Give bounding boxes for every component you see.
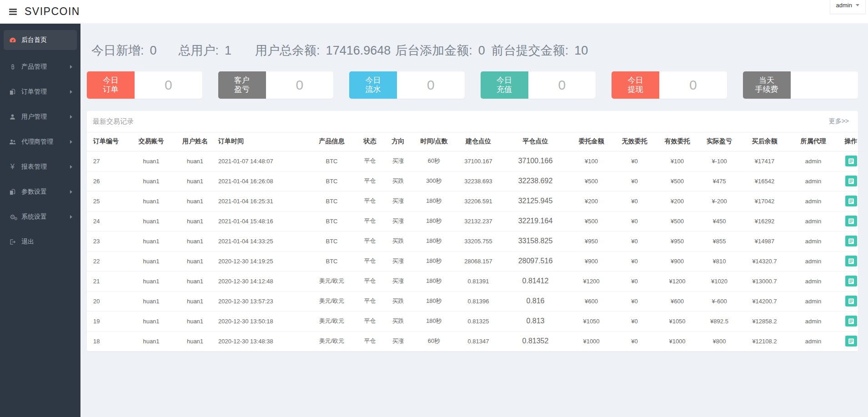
summary-box: 客户 盈亏 0 xyxy=(218,71,334,99)
sidebar-item[interactable]: 产品管理 xyxy=(0,54,80,79)
sidebar-item[interactable]: 退出 xyxy=(0,229,80,254)
summary-box-value: 0 xyxy=(528,71,596,99)
cell-profit: ¥-100 xyxy=(698,151,740,171)
cell-balance: ¥17042 xyxy=(740,191,789,211)
view-order-button[interactable] xyxy=(845,276,857,286)
column-header: 委托金额 xyxy=(570,132,613,151)
cell-open-price: 28068.157 xyxy=(456,251,501,271)
cell-order-id: 22 xyxy=(87,251,130,271)
menu-toggle-button[interactable] xyxy=(8,5,18,18)
view-order-button[interactable] xyxy=(845,296,857,306)
cell-account: huan1 xyxy=(130,291,172,311)
cell-actions xyxy=(838,151,864,171)
cell-username: huan1 xyxy=(172,311,218,331)
cell-agent: admin xyxy=(789,171,838,191)
cell-valid-amount: ¥500 xyxy=(656,211,698,231)
cell-account: huan1 xyxy=(130,231,172,251)
sidebar-item[interactable]: 代理商管理 xyxy=(0,129,80,154)
sidebar-item-label: 系统设置 xyxy=(21,213,70,221)
cell-account: huan1 xyxy=(130,311,172,331)
cell-order-id: 21 xyxy=(87,271,130,291)
cell-duration: 60秒 xyxy=(412,151,456,171)
cell-close-price: 0.813 xyxy=(501,311,570,331)
cell-status: 平仓 xyxy=(356,151,384,171)
cell-amount: ¥1050 xyxy=(570,311,613,331)
sidebar-item-label: 退出 xyxy=(21,238,72,246)
view-order-button[interactable] xyxy=(845,316,857,327)
cell-duration: 180秒 xyxy=(412,271,456,291)
sidebar-item[interactable]: 订单管理 xyxy=(0,79,80,104)
sidebar-item[interactable]: ⚙⚙ 系统设置 xyxy=(0,204,80,229)
cell-agent: admin xyxy=(789,291,838,311)
order-detail-icon xyxy=(848,338,854,344)
cell-invalid-amount: ¥0 xyxy=(613,331,656,351)
cell-invalid-amount: ¥0 xyxy=(613,271,656,291)
cell-balance: ¥16292 xyxy=(740,211,789,231)
view-order-button[interactable] xyxy=(845,176,857,186)
sidebar-item-label: 后台首页 xyxy=(21,36,72,44)
view-order-button[interactable] xyxy=(845,216,857,226)
cell-profit: ¥450 xyxy=(698,211,740,231)
sidebar-item[interactable]: ¥ 报表管理 xyxy=(0,154,80,179)
cell-invalid-amount: ¥0 xyxy=(613,291,656,311)
cell-duration: 60秒 xyxy=(412,331,456,351)
table-row: 22 huan1 huan1 2020-12-30 14:19:25 BTC 平… xyxy=(87,251,864,271)
cell-account: huan1 xyxy=(130,191,172,211)
cell-balance: ¥16542 xyxy=(740,171,789,191)
sidebar-item[interactable]: 参数设置 xyxy=(0,179,80,204)
cell-account: huan1 xyxy=(130,151,172,171)
cell-profit: ¥810 xyxy=(698,251,740,271)
cell-direction: 买涨 xyxy=(384,331,412,351)
sidebar-item-label: 用户管理 xyxy=(21,113,70,121)
summary-box-label: 今日 流水 xyxy=(349,71,397,99)
trades-table: 订单编号交易账号用户姓名订单时间产品信息状态方向时间/点数建仓点位平仓点位委托金… xyxy=(87,132,864,352)
summary-box: 今日 订单 0 xyxy=(87,71,202,99)
stat-item: 总用户: 1 xyxy=(179,42,232,59)
view-order-button[interactable] xyxy=(845,196,857,206)
cell-product: BTC xyxy=(307,191,356,211)
cell-amount: ¥100 xyxy=(570,151,613,171)
order-detail-icon xyxy=(848,278,854,284)
view-order-button[interactable] xyxy=(845,156,857,166)
sidebar-item-label: 订单管理 xyxy=(21,88,70,96)
cell-invalid-amount: ¥0 xyxy=(613,211,656,231)
cell-duration: 180秒 xyxy=(412,251,456,271)
sidebar-item[interactable]: 后台首页 xyxy=(4,30,77,50)
cell-duration: 180秒 xyxy=(412,291,456,311)
cell-actions xyxy=(838,331,864,351)
stat-label: 前台提交金额: xyxy=(492,42,569,59)
cell-close-price: 0.81412 xyxy=(501,271,570,291)
cell-valid-amount: ¥100 xyxy=(656,151,698,171)
logout-icon xyxy=(8,238,17,246)
cell-close-price: 32238.692 xyxy=(501,171,570,191)
column-header: 无效委托 xyxy=(613,132,656,151)
table-row: 19 huan1 huan1 2020-12-30 13:50:18 美元/欧元… xyxy=(87,311,864,331)
column-header: 操作 xyxy=(838,132,864,151)
cell-order-id: 23 xyxy=(87,231,130,251)
view-order-button[interactable] xyxy=(845,236,857,246)
order-detail-icon xyxy=(848,218,854,224)
user-dropdown[interactable]: admin xyxy=(830,0,866,14)
view-order-button[interactable] xyxy=(845,336,857,347)
cell-direction: 买跌 xyxy=(384,291,412,311)
sidebar-item[interactable]: 用户管理 xyxy=(0,104,80,129)
cell-open-price: 37100.167 xyxy=(456,151,501,171)
summary-box-label: 当天 手续费 xyxy=(743,71,791,99)
stat-label: 今日新增: xyxy=(91,42,144,59)
cell-account: huan1 xyxy=(130,211,172,231)
cell-valid-amount: ¥950 xyxy=(656,231,698,251)
cell-account: huan1 xyxy=(130,331,172,351)
cell-product: BTC xyxy=(307,211,356,231)
cell-amount: ¥200 xyxy=(570,191,613,211)
summary-box-value: 0 xyxy=(397,71,465,99)
view-order-button[interactable] xyxy=(845,256,857,266)
column-header: 有效委托 xyxy=(656,132,698,151)
more-link[interactable]: 更多>> xyxy=(829,117,849,126)
cell-duration: 180秒 xyxy=(412,231,456,251)
cell-amount: ¥900 xyxy=(570,251,613,271)
cell-open-price: 33205.755 xyxy=(456,231,501,251)
column-header: 平仓点位 xyxy=(501,132,570,151)
cell-status: 平仓 xyxy=(356,311,384,331)
cell-close-price: 33158.825 xyxy=(501,231,570,251)
cell-invalid-amount: ¥0 xyxy=(613,311,656,331)
